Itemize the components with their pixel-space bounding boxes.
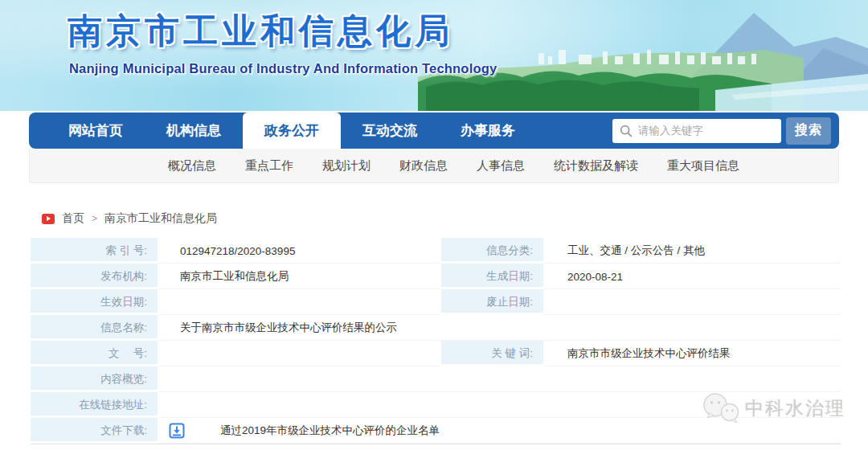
subnav-item-overview[interactable]: 概况信息: [168, 158, 216, 174]
field-value-expiry-date: [543, 289, 841, 315]
home-marker-icon: [42, 214, 55, 224]
nav-items: 网站首页 机构信息 政务公开 互动交流 办事服务: [29, 112, 537, 149]
site-title: 南京市工业和信息化局: [68, 8, 453, 55]
field-label-document-number: 文 号:: [31, 341, 158, 366]
field-value-effective-date: [158, 289, 439, 315]
nav-item-home[interactable]: 网站首页: [47, 112, 145, 149]
nav-item-interaction[interactable]: 互动交流: [341, 112, 439, 149]
nav-item-government-disclosure[interactable]: 政务公开: [243, 112, 341, 149]
field-label-info-name: 信息名称:: [31, 315, 158, 341]
subnav-item-statistics[interactable]: 统计数据及解读: [554, 158, 638, 174]
nav-item-organization[interactable]: 机构信息: [145, 112, 243, 149]
field-value-content-overview: [158, 366, 841, 392]
banner-landscape-image: [418, 0, 868, 111]
field-value-keywords: 南京市市级企业技术中心评价结果: [543, 341, 841, 366]
field-label-online-link: 在线链接地址:: [31, 392, 158, 418]
watermark-text: 中科水治理: [745, 396, 845, 421]
subnav-item-planning[interactable]: 规划计划: [322, 158, 371, 174]
subnav-item-personnel[interactable]: 人事信息: [477, 158, 525, 174]
field-label-keywords: 关 键 词:: [439, 341, 543, 366]
field-label-expiry-date: 废止日期:: [439, 289, 543, 315]
breadcrumb-separator: >: [92, 213, 97, 224]
field-label-generation-date: 生成日期:: [439, 264, 543, 289]
field-value-generation-date: 2020-08-21: [543, 264, 841, 289]
subnav-item-key-work[interactable]: 重点工作: [245, 158, 293, 174]
field-label-content-overview: 内容概览:: [31, 366, 158, 392]
site-banner: 南京市工业和信息化局 Nanjing Municipal Bureau of I…: [0, 0, 868, 111]
table-row-content-overview: 内容概览:: [31, 366, 841, 392]
table-row-document-number: 文 号: 关 键 词: 南京市市级企业技术中心评价结果: [31, 341, 841, 366]
download-file-link[interactable]: 通过2019年市级企业技术中心评价的企业名单: [220, 423, 440, 438]
field-label-effective-date: 生效日期:: [31, 289, 158, 315]
subnav-item-major-projects[interactable]: 重大项目信息: [667, 158, 739, 174]
breadcrumb-current: 南京市工业和信息化局: [104, 211, 217, 226]
field-label-file-download: 文件下载:: [31, 418, 158, 444]
field-value-info-name: 关于南京市市级企业技术中心评价结果的公示: [158, 315, 841, 341]
site-subtitle-english: Nanjing Municipal Bureau of Industry And…: [69, 61, 497, 76]
search-input[interactable]: [612, 119, 781, 143]
search-box: [612, 119, 781, 143]
table-row-effective-date: 生效日期: 废止日期:: [31, 289, 841, 315]
download-icon[interactable]: [169, 423, 185, 439]
page: 南京市工业和信息化局 Nanjing Municipal Bureau of I…: [0, 0, 868, 450]
subnav-item-finance[interactable]: 财政信息: [399, 158, 448, 174]
sub-navbar: 概况信息 重点工作 规划计划 财政信息 人事信息 统计数据及解读 重大项目信息: [29, 149, 839, 183]
main-navbar: 网站首页 机构信息 政务公开 互动交流 办事服务 搜索: [29, 112, 839, 149]
table-row-info-name: 信息名称: 关于南京市市级企业技术中心评价结果的公示: [31, 315, 841, 341]
field-label-index-number: 索 引 号:: [31, 238, 158, 264]
field-value-document-number: [158, 341, 439, 366]
field-label-issuing-agency: 发布机构:: [31, 264, 158, 289]
search-icon: [619, 124, 633, 138]
breadcrumb-home[interactable]: 首页: [62, 211, 84, 226]
table-row-index-number: 索 引 号: 012947218/2020-83995 信息分类: 工业、交通 …: [31, 238, 841, 264]
field-value-issuing-agency: 南京市工业和信息化局: [158, 264, 439, 289]
wechat-logo-icon: [700, 391, 742, 425]
table-row-issuing-agency: 发布机构: 南京市工业和信息化局 生成日期: 2020-08-21: [31, 264, 841, 289]
watermark: 中科水治理: [700, 391, 845, 425]
field-value-info-category: 工业、交通 / 公示公告 / 其他: [543, 238, 841, 264]
field-label-info-category: 信息分类:: [439, 238, 543, 264]
breadcrumb: 首页 > 南京市工业和信息化局: [42, 211, 217, 226]
field-value-index-number: 012947218/2020-83995: [158, 238, 439, 264]
nav-item-services[interactable]: 办事服务: [439, 112, 537, 149]
search-area: 搜索: [612, 112, 839, 149]
search-button[interactable]: 搜索: [786, 117, 831, 145]
